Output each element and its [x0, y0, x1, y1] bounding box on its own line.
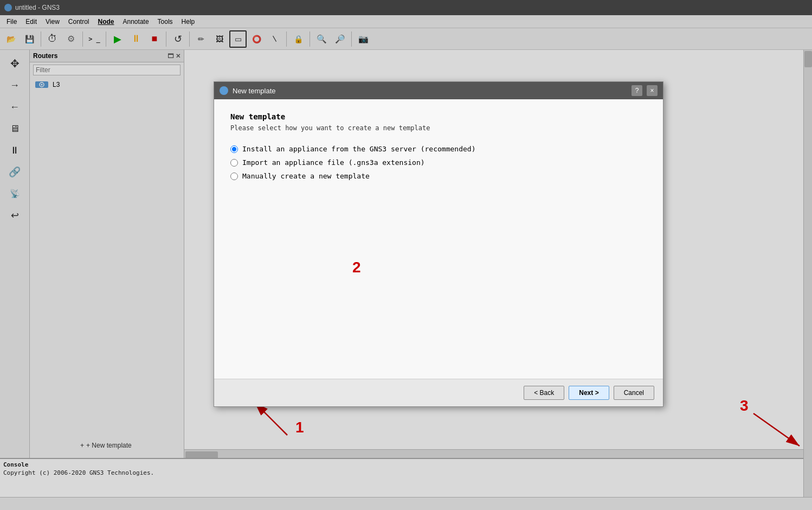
next-button[interactable]: Next > — [569, 386, 609, 400]
dialog-titlebar: New template ? × — [214, 82, 663, 99]
radio-input-3[interactable] — [230, 173, 238, 180]
back-button[interactable]: < Back — [524, 386, 564, 400]
dialog-icon — [220, 86, 228, 95]
dialog-close-button[interactable]: × — [647, 85, 658, 96]
radio-input-2[interactable] — [230, 159, 238, 167]
dialog-title: New template — [233, 87, 627, 95]
dialog-header-title: New template — [230, 112, 647, 121]
radio-option-2[interactable]: Import an appliance file (.gns3a extensi… — [230, 158, 647, 167]
cancel-button[interactable]: Cancel — [614, 386, 654, 400]
dialog-title-buttons: ? × — [631, 85, 658, 96]
dialog-footer: < Back Next > Cancel — [214, 379, 663, 406]
radio-label-3: Manually create a new template — [242, 172, 370, 180]
dialog-content: New template Please select how you want … — [214, 99, 663, 379]
dialog-help-button[interactable]: ? — [631, 85, 642, 96]
dialog: New template ? × New template Please sel… — [214, 81, 663, 407]
radio-option-1[interactable]: Install an appliance from the GNS3 serve… — [230, 145, 647, 153]
radio-input-1[interactable] — [230, 145, 238, 153]
dialog-subtitle: Please select how you want to create a n… — [230, 124, 647, 132]
radio-label-1: Install an appliance from the GNS3 serve… — [242, 145, 475, 153]
modal-overlay: New template ? × New template Please sel… — [0, 0, 812, 510]
radio-option-3[interactable]: Manually create a new template — [230, 172, 647, 180]
radio-label-2: Import an appliance file (.gns3a extensi… — [242, 158, 425, 167]
